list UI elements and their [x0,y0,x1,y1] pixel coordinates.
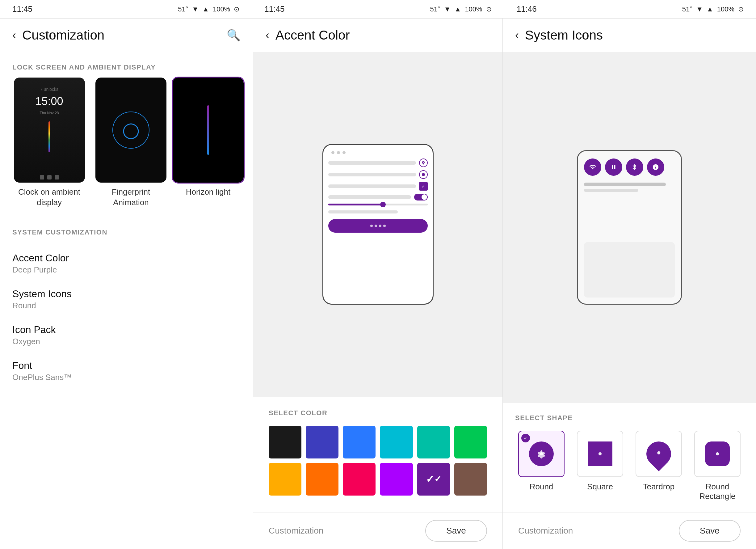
shape-label-round: Round [530,482,553,492]
color-swatch-00c853[interactable] [454,426,487,459]
shape-select-section: SELECT SHAPE ✓ Round [503,403,756,512]
qs-line-short [584,189,638,192]
left-back-button[interactable]: ‹ [12,29,16,42]
status-time-left: 11:45 [12,4,32,14]
signal-icon-left: ▲ [202,5,209,13]
quick-settings-row [584,157,675,177]
temp-right: 51° [682,5,692,13]
date-display: Thu Nov 28 [40,111,59,115]
sys-item-system-icons[interactable]: System Icons Round [0,282,253,317]
phone-dot-3 [342,151,346,154]
shape-label-teardrop: Teardrop [643,482,675,492]
svg-point-2 [657,451,660,455]
left-panel: ‹ Customization 🔍 LOCK SCREEN AND AMBIEN… [0,19,253,549]
battery-right: 100% [717,5,734,13]
phone-line-4 [328,195,411,199]
battery-icon-right: ⊙ [738,5,744,13]
right-panel-header: ‹ System Icons [503,19,756,52]
select-shape-label: SELECT SHAPE [515,414,744,422]
lock-screen-items: 7 unlocks 15:00 Thu Nov 28 Clock on ambi… [0,77,253,217]
font-title: Font [12,360,241,371]
right-footer-link[interactable]: Customization [518,526,573,536]
mid-save-button[interactable]: Save [425,520,487,542]
phone-dot-1 [331,151,334,154]
sys-item-icon-pack[interactable]: Icon Pack Oxygen [0,317,253,353]
color-swatch-00bcd4[interactable] [380,426,413,459]
color-swatch-00bfa5[interactable] [417,426,450,459]
color-swatch-1a1a1a[interactable] [269,426,301,459]
phone-mockup: ✓ [322,144,434,305]
mid-panel-footer: Customization Save [253,512,502,549]
color-swatch-ff6d00[interactable] [306,463,338,496]
phone-circle-icon [419,170,428,179]
color-swatch-f50057[interactable] [343,463,376,496]
time-display: 15:00 [35,95,63,108]
status-time-right: 11:46 [517,4,537,14]
right-panel-footer: Customization Save [503,512,756,549]
signal-icon-right: ▲ [707,5,713,13]
search-button[interactable]: 🔍 [227,29,241,42]
status-panel-mid: 11:45 51° ▼ ▲ 100% ⊙ [252,0,504,18]
lock-thumb-horizon [173,77,244,182]
lock-item-clock[interactable]: 7 unlocks 15:00 Thu Nov 28 Clock on ambi… [9,77,89,208]
phone-toggle [414,194,428,200]
left-panel-title: Customization [22,28,104,43]
battery-left: 100% [213,5,230,13]
phone-row-2 [328,170,428,179]
shape-option-round[interactable]: ✓ Round [515,431,568,501]
teardrop-icon [641,436,676,471]
unlocks-text: 7 unlocks [40,87,58,92]
round-icon [529,442,554,466]
shape-selected-check-round: ✓ [521,434,530,442]
mid-back-button[interactable]: ‹ [266,29,269,42]
shape-card-round-rect [694,431,741,477]
sys-customization-label: SYSTEM CUSTOMIZATION [0,217,253,242]
font-sub: OnePlus Sans™ [12,373,241,382]
qs-info-icon [647,158,664,176]
phone-btn-dot-1 [370,224,373,227]
color-bar [48,121,50,152]
phone-row-3: ✓ [328,182,428,191]
color-swatch-795548[interactable] [454,463,487,496]
signal-icon-mid: ▲ [455,5,461,13]
shape-label-square: Square [587,482,613,492]
phone-dots [328,151,428,154]
color-swatch-6a1b9a[interactable]: ✓ [417,463,450,496]
phone-slider-row [328,203,428,205]
shape-option-square[interactable]: Square [574,431,626,501]
color-swatch-2979ff[interactable] [343,426,376,459]
right-back-button[interactable]: ‹ [515,29,519,42]
phone-line-1 [328,161,416,165]
phone-btn-dot-2 [375,224,377,227]
svg-point-3 [716,452,719,455]
icons-content-area [584,242,675,298]
color-swatch-aa00ff[interactable] [380,463,413,496]
shape-card-round: ✓ [518,431,565,477]
lock-item-horizon[interactable]: Horizon light [173,77,244,208]
color-swatch-ffab00[interactable] [269,463,301,496]
qs-lines [584,182,675,238]
sys-item-accent-color[interactable]: Accent Color Deep Purple [0,245,253,282]
battery-mid: 100% [465,5,482,13]
qs-bluetooth-icon [626,158,643,176]
battery-icon-left: ⊙ [234,5,239,13]
shape-option-round-rect[interactable]: Round Rectangle [691,431,744,501]
phone-location-icon [419,158,428,167]
phone-slider-fill [328,203,383,205]
wifi-icon-mid: ▼ [444,5,451,13]
temp-left: 51° [178,5,188,13]
svg-point-0 [540,452,543,455]
shape-label-round-rect: Round Rectangle [691,482,744,501]
shapes-grid: ✓ Round Square [515,431,744,501]
mid-footer-link[interactable]: Customization [269,526,323,536]
sys-item-font[interactable]: Font OnePlus Sans™ [0,353,253,389]
lock-thumb-clock: 7 unlocks 15:00 Thu Nov 28 [14,77,85,182]
panels-container: ‹ Customization 🔍 LOCK SCREEN AND AMBIEN… [0,19,756,549]
shape-option-teardrop[interactable]: Teardrop [632,431,685,501]
phone-row-1 [328,158,428,167]
lock-item-fingerprint[interactable]: ◯ Fingerprint Animation [95,77,166,208]
phone-check-icon: ✓ [419,182,428,191]
color-swatch-3d3dbd[interactable] [306,426,338,459]
icons-phone-mockup [577,150,682,305]
right-save-button[interactable]: Save [679,520,741,542]
